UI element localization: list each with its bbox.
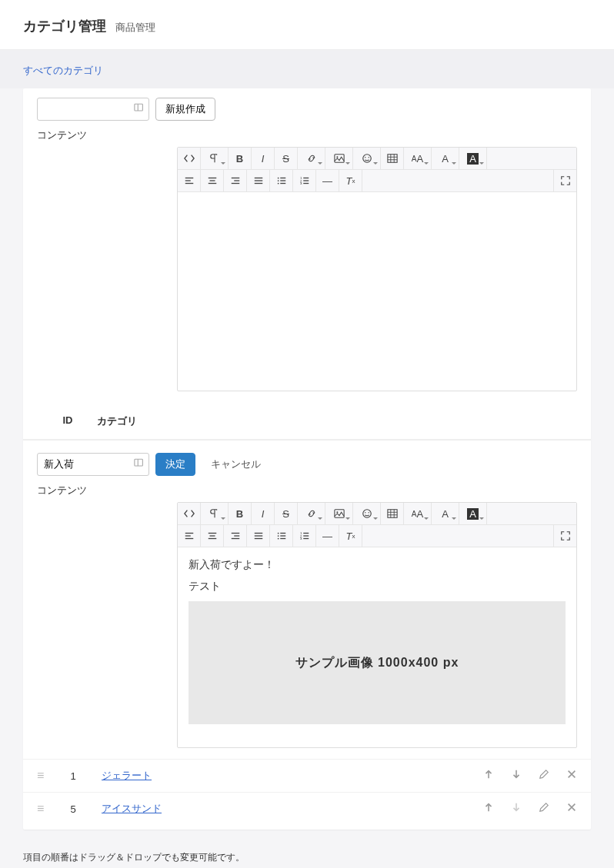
paragraph-format-icon[interactable] [201,503,229,524]
strikethrough-icon[interactable]: S [275,148,298,169]
emoji-icon[interactable] [353,503,381,524]
italic-icon[interactable]: I [252,503,275,524]
category-name-input[interactable] [37,98,149,121]
content-line-2: テスト [189,580,566,594]
drag-handle-icon[interactable]: ≡ [37,769,51,783]
svg-point-25 [277,180,279,181]
svg-text:3: 3 [299,537,302,540]
row-id: 5 [62,803,85,815]
page-title: カテゴリ管理 [23,18,106,34]
th-category: カテゴリ [97,414,137,428]
category-link[interactable]: ジェラート [102,769,152,783]
edit-icon[interactable] [539,769,549,783]
svg-point-3 [336,156,338,158]
fullscreen-icon[interactable] [553,525,576,547]
cancel-button[interactable]: キャンセル [202,453,270,476]
svg-rect-43 [387,510,396,518]
unordered-list-icon[interactable] [270,170,293,191]
table-row: ≡ 5 アイスサンド [23,792,591,825]
horizontal-rule-icon[interactable]: — [316,170,339,191]
align-left-icon[interactable] [178,170,201,191]
clear-format-icon[interactable]: Tx [339,170,362,191]
align-center-icon[interactable] [201,170,224,191]
new-category-row: 新規作成 [23,88,591,127]
create-button[interactable]: 新規作成 [155,98,215,121]
confirm-button[interactable]: 決定 [155,453,195,476]
font-size-icon[interactable]: AA [404,148,432,169]
link-icon[interactable] [298,503,325,524]
content-label: コンテンツ [23,127,591,147]
strikethrough-icon[interactable]: S [275,503,298,524]
svg-point-42 [368,512,369,513]
svg-point-60 [277,533,279,534]
table-icon[interactable] [381,503,404,524]
editor-toolbar: B I S AA A A 123 — Tx [178,148,576,192]
svg-point-4 [362,155,371,163]
svg-text:3: 3 [299,181,302,185]
editor-body-new[interactable] [178,192,576,391]
svg-point-5 [365,157,365,158]
page-subtitle: 商品管理 [115,22,155,33]
content-label-edit: コンテンツ [23,482,591,502]
highlight-color-icon[interactable]: A [459,503,487,524]
align-center-icon[interactable] [201,525,224,547]
svg-rect-7 [387,155,396,163]
sample-image-placeholder: サンプル画像 1000x400 px [189,601,566,724]
align-justify-icon[interactable] [247,170,270,191]
edit-category-input[interactable] [37,453,149,476]
editor-body-edit[interactable]: 新入荷ですよー！ テスト サンプル画像 1000x400 px [178,547,576,747]
svg-point-26 [277,183,279,185]
move-down-icon[interactable] [511,802,522,816]
align-justify-icon[interactable] [247,525,270,547]
move-up-icon[interactable] [483,802,494,816]
content-line-1: 新入荷ですよー！ [189,558,566,572]
image-icon[interactable] [325,503,353,524]
move-down-icon[interactable] [511,769,522,783]
highlight-color-icon[interactable]: A [459,148,487,169]
rich-editor-new: B I S AA A A 123 — Tx [177,147,577,391]
edit-row-panel: 決定 キャンセル コンテンツ B I S AA A A [23,440,591,748]
code-view-icon[interactable] [178,503,201,524]
link-icon[interactable] [298,148,325,169]
main-panel: 新規作成 コンテンツ B I S AA A A [23,88,591,830]
font-size-icon[interactable]: AA [404,503,432,524]
svg-point-40 [362,510,371,518]
category-link[interactable]: アイスサンド [102,802,162,816]
drag-handle-icon[interactable]: ≡ [37,802,51,816]
edit-icon[interactable] [539,802,549,816]
align-left-icon[interactable] [178,525,201,547]
horizontal-rule-icon[interactable]: — [316,525,339,547]
row-id: 1 [62,770,85,782]
font-color-icon[interactable]: A [432,503,459,524]
align-right-icon[interactable] [224,525,247,547]
table-icon[interactable] [381,148,404,169]
italic-icon[interactable]: I [252,148,275,169]
bold-icon[interactable]: B [229,503,252,524]
svg-point-24 [277,178,279,179]
rich-editor-edit: B I S AA A A 123 [177,502,577,748]
svg-point-6 [368,157,369,158]
ordered-list-icon[interactable]: 123 [293,525,316,547]
font-color-icon[interactable]: A [432,148,459,169]
unordered-list-icon[interactable] [270,525,293,547]
delete-icon[interactable] [566,769,577,783]
svg-point-41 [365,512,365,513]
footnote: 項目の順番はドラッグ＆ドロップでも変更可能です。 [0,848,614,868]
breadcrumb: すべてのカテゴリ [0,50,614,88]
bold-icon[interactable]: B [229,148,252,169]
move-up-icon[interactable] [483,769,494,783]
clear-format-icon[interactable]: Tx [339,525,362,547]
code-view-icon[interactable] [178,148,201,169]
breadcrumb-all-categories[interactable]: すべてのカテゴリ [23,65,103,76]
th-id: ID [49,414,86,428]
align-right-icon[interactable] [224,170,247,191]
page-header: カテゴリ管理 商品管理 [0,0,614,50]
fullscreen-icon[interactable] [553,170,576,191]
paragraph-format-icon[interactable] [201,148,229,169]
image-icon[interactable] [325,148,353,169]
svg-point-62 [277,538,279,540]
ordered-list-icon[interactable]: 123 [293,170,316,191]
table-row: ≡ 1 ジェラート [23,759,591,792]
delete-icon[interactable] [566,802,577,816]
emoji-icon[interactable] [353,148,381,169]
